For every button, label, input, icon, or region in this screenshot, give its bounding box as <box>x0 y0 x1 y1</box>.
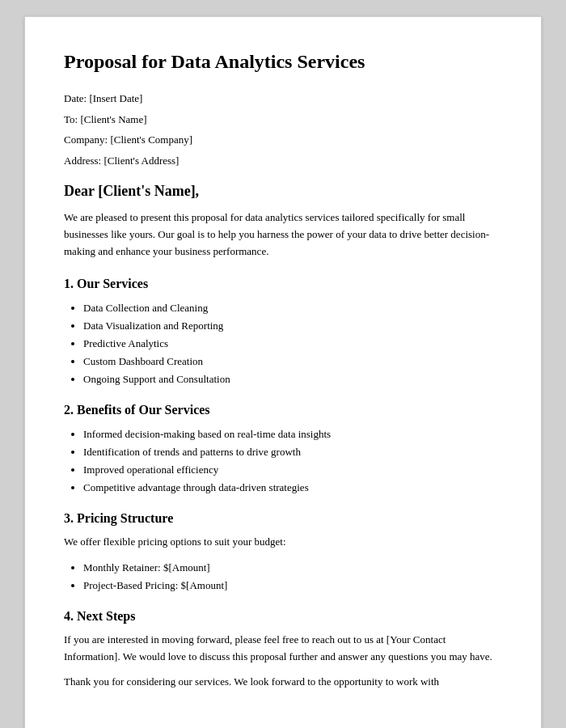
section-heading-1: 1. Our Services <box>64 277 502 291</box>
to-label: To: <box>64 113 78 125</box>
company-label: Company: <box>64 133 108 146</box>
section-heading-4: 4. Next Steps <box>64 609 502 624</box>
benefits-list: Informed decision-making based on real-t… <box>83 425 502 497</box>
section-heading-3: 3. Pricing Structure <box>64 511 502 526</box>
list-item: Competitive advantage through data-drive… <box>83 479 502 497</box>
to-value: [Client's Name] <box>80 113 146 125</box>
list-item: Ongoing Support and Consultation <box>83 370 502 388</box>
list-item: Improved operational efficiency <box>83 461 502 479</box>
document-title: Proposal for Data Analytics Services <box>64 49 502 74</box>
address-label: Address: <box>64 154 101 167</box>
list-item: Identification of trends and patterns to… <box>83 443 502 461</box>
pricing-list: Monthly Retainer: $[Amount] Project-Base… <box>83 559 502 595</box>
date-value: [Insert Date] <box>89 92 142 104</box>
list-item: Data Visualization and Reporting <box>83 317 502 335</box>
next-steps-paragraph-2: Thank you for considering our services. … <box>64 674 502 691</box>
list-item: Project-Based Pricing: $[Amount] <box>83 577 502 595</box>
section-pricing: 3. Pricing Structure We offer flexible p… <box>64 511 502 595</box>
list-item: Informed decision-making based on real-t… <box>83 425 502 443</box>
pricing-pretext: We offer flexible pricing options to sui… <box>64 534 502 551</box>
address-field: Address: [Client's Address] <box>64 153 502 169</box>
date-label: Date: <box>64 92 87 104</box>
section-benefits: 2. Benefits of Our Services Informed dec… <box>64 403 502 497</box>
list-item: Monthly Retainer: $[Amount] <box>83 559 502 577</box>
list-item: Predictive Analytics <box>83 335 502 353</box>
section-our-services: 1. Our Services Data Collection and Clea… <box>64 277 502 388</box>
services-list: Data Collection and Cleaning Data Visual… <box>83 299 502 388</box>
section-next-steps: 4. Next Steps If you are interested in m… <box>64 609 502 690</box>
intro-paragraph: We are pleased to present this proposal … <box>64 210 502 260</box>
address-value: [Client's Address] <box>103 154 179 167</box>
company-field: Company: [Client's Company] <box>64 132 502 148</box>
list-item: Custom Dashboard Creation <box>83 353 502 370</box>
salutation: Dear [Client's Name], <box>64 183 502 200</box>
date-field: Date: [Insert Date] <box>64 91 502 107</box>
document-container: Proposal for Data Analytics Services Dat… <box>24 16 542 728</box>
company-value: [Client's Company] <box>110 133 192 146</box>
next-steps-paragraph-1: If you are interested in moving forward,… <box>64 632 502 666</box>
list-item: Data Collection and Cleaning <box>83 299 502 317</box>
to-field: To: [Client's Name] <box>64 112 502 128</box>
section-heading-2: 2. Benefits of Our Services <box>64 403 502 417</box>
